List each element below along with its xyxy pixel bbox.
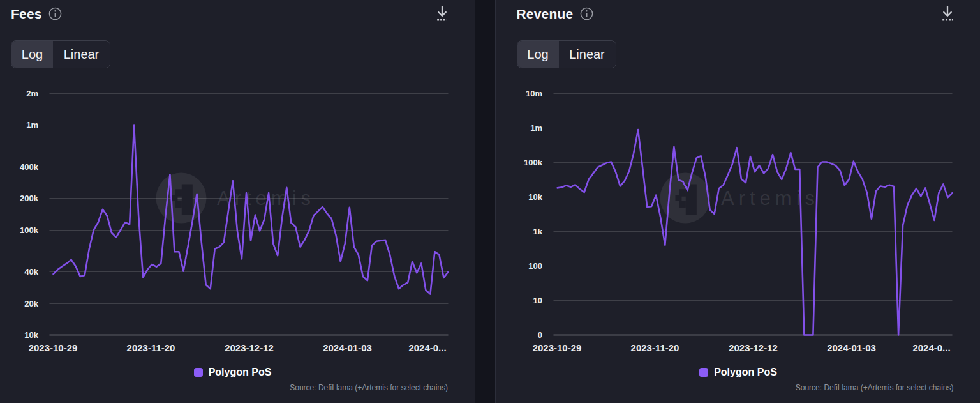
- svg-text:2024-01-03: 2024-01-03: [323, 342, 372, 353]
- svg-text:Artemis: Artemis: [721, 187, 819, 209]
- svg-text:1m: 1m: [530, 123, 542, 133]
- svg-text:20k: 20k: [24, 299, 38, 308]
- svg-text:2023-11-20: 2023-11-20: [127, 342, 175, 353]
- svg-text:100: 100: [528, 261, 542, 271]
- svg-text:0: 0: [538, 330, 542, 340]
- svg-text:2024-0...: 2024-0...: [408, 342, 446, 353]
- svg-text:2023-10-29: 2023-10-29: [533, 342, 582, 353]
- svg-text:1m: 1m: [26, 120, 38, 130]
- svg-text:2023-12-12: 2023-12-12: [729, 342, 778, 353]
- svg-text:2m: 2m: [26, 89, 38, 98]
- svg-text:2023-12-12: 2023-12-12: [225, 342, 274, 353]
- svg-text:10: 10: [533, 296, 542, 305]
- svg-text:400k: 400k: [20, 162, 39, 172]
- svg-text:2024-01-03: 2024-01-03: [827, 342, 876, 353]
- svg-text:2024-0...: 2024-0...: [912, 342, 950, 353]
- svg-text:1k: 1k: [533, 227, 543, 236]
- svg-text:2023-10-29: 2023-10-29: [29, 342, 78, 353]
- svg-text:10k: 10k: [24, 330, 38, 340]
- svg-text:100k: 100k: [524, 158, 543, 167]
- svg-text:10k: 10k: [528, 192, 542, 202]
- svg-text:10m: 10m: [526, 89, 542, 98]
- svg-text:2023-11-20: 2023-11-20: [631, 342, 679, 353]
- svg-text:200k: 200k: [20, 194, 39, 203]
- svg-text:40k: 40k: [24, 267, 38, 277]
- svg-text:100k: 100k: [20, 225, 39, 235]
